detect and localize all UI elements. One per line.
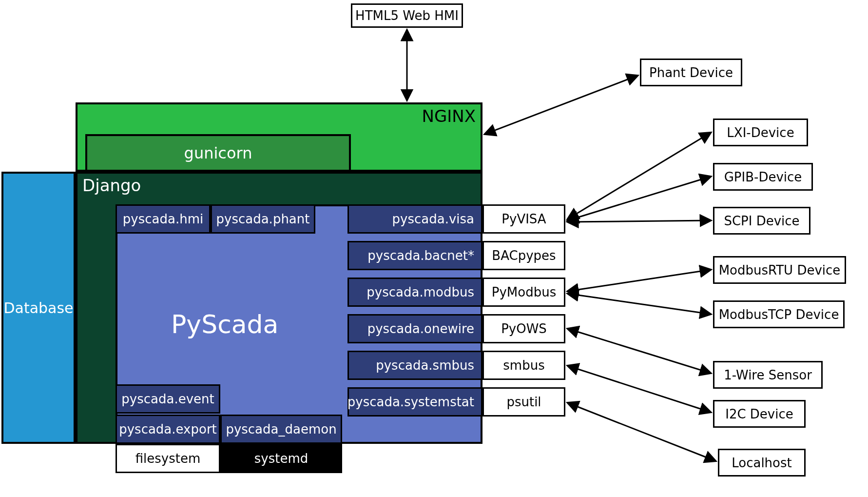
device-scpi-box: SCPI Device bbox=[713, 207, 810, 235]
pyscada-visa-box: pyscada.visa bbox=[347, 204, 482, 234]
pyscada-export-label: pyscada.export bbox=[119, 422, 217, 437]
svg-line-7 bbox=[568, 329, 711, 373]
device-i2c-box: I2C Device bbox=[713, 400, 806, 428]
device-phant-box: Phant Device bbox=[640, 59, 742, 86]
device-lxi-box: LXI-Device bbox=[713, 119, 808, 146]
device-gpib-label: GPIB-Device bbox=[724, 170, 802, 184]
pyscada-export-box: pyscada.export bbox=[116, 415, 220, 444]
pyscada-bacnet-box: pyscada.bacnet* bbox=[347, 241, 482, 270]
database-box: Database bbox=[1, 172, 76, 444]
pyscada-event-label: pyscada.event bbox=[121, 392, 214, 406]
nginx-label: NGINX bbox=[422, 106, 476, 126]
device-phant-label: Phant Device bbox=[649, 65, 733, 80]
svg-line-3 bbox=[568, 177, 711, 220]
pyscada-phant-label: pyscada.phant bbox=[216, 212, 310, 226]
device-onewire-box: 1-Wire Sensor bbox=[713, 361, 823, 389]
device-modbus-tcp-box: ModbusTCP Device bbox=[713, 300, 845, 328]
lib-smbus-box: smbus bbox=[482, 351, 565, 380]
pyscada-core-label: PyScada bbox=[171, 310, 278, 339]
systemd-label: systemd bbox=[254, 451, 309, 466]
database-label: Database bbox=[3, 299, 73, 317]
svg-line-4 bbox=[568, 220, 711, 222]
device-localhost-label: Localhost bbox=[732, 456, 792, 470]
html5-web-hmi-box: HTML5 Web HMI bbox=[351, 3, 463, 28]
lib-pymodbus-label: PyModbus bbox=[492, 285, 556, 299]
pyscada-onewire-box: pyscada.onewire bbox=[347, 314, 482, 343]
lib-psutil-label: psutil bbox=[506, 395, 541, 409]
device-localhost-box: Localhost bbox=[718, 449, 806, 477]
svg-line-5 bbox=[568, 270, 711, 291]
gunicorn-box: gunicorn bbox=[85, 134, 351, 172]
lib-pyvisa-label: PyVISA bbox=[502, 212, 546, 226]
django-label: Django bbox=[82, 176, 141, 195]
gunicorn-label: gunicorn bbox=[184, 144, 252, 162]
pyscada-hmi-label: pyscada.hmi bbox=[123, 212, 203, 226]
filesystem-box: filesystem bbox=[116, 444, 220, 473]
device-onewire-label: 1-Wire Sensor bbox=[724, 368, 812, 382]
pyscada-phant-box: pyscada.phant bbox=[211, 204, 315, 234]
device-lxi-label: LXI-Device bbox=[727, 125, 794, 140]
pyscada-modbus-box: pyscada.modbus bbox=[347, 278, 482, 307]
pyscada-event-box: pyscada.event bbox=[116, 384, 220, 414]
device-modbus-tcp-label: ModbusTCP Device bbox=[719, 307, 839, 322]
systemd-box: systemd bbox=[220, 444, 342, 473]
pyscada-visa-label: pyscada.visa bbox=[392, 212, 474, 226]
lib-psutil-box: psutil bbox=[482, 387, 565, 417]
device-i2c-label: I2C Device bbox=[725, 407, 793, 421]
pyscada-daemon-label: pyscada_daemon bbox=[226, 422, 336, 437]
lib-pymodbus-box: PyModbus bbox=[482, 278, 565, 307]
lib-bacpypes-label: BACpypes bbox=[492, 248, 556, 263]
pyscada-systemstat-label: pyscada.systemstat bbox=[347, 395, 474, 409]
device-scpi-label: SCPI Device bbox=[724, 214, 799, 228]
device-gpib-box: GPIB-Device bbox=[713, 163, 813, 191]
html5-web-hmi-label: HTML5 Web HMI bbox=[355, 8, 459, 23]
lib-pyows-box: PyOWS bbox=[482, 314, 565, 343]
pyscada-daemon-box: pyscada_daemon bbox=[220, 415, 342, 444]
lib-bacpypes-box: BACpypes bbox=[482, 241, 565, 270]
device-modbus-rtu-label: ModbusRTU Device bbox=[719, 263, 841, 278]
pyscada-smbus-label: pyscada.smbus bbox=[376, 358, 474, 373]
filesystem-label: filesystem bbox=[135, 451, 201, 466]
svg-line-6 bbox=[568, 294, 711, 314]
svg-line-2 bbox=[568, 133, 711, 219]
svg-line-9 bbox=[568, 403, 715, 461]
lib-pyvisa-box: PyVISA bbox=[482, 204, 565, 234]
svg-line-8 bbox=[568, 366, 711, 412]
device-modbus-rtu-box: ModbusRTU Device bbox=[713, 256, 846, 284]
pyscada-systemstat-box: pyscada.systemstat bbox=[347, 387, 482, 417]
pyscada-onewire-label: pyscada.onewire bbox=[367, 321, 474, 336]
pyscada-hmi-box: pyscada.hmi bbox=[116, 204, 211, 234]
lib-smbus-label: smbus bbox=[503, 358, 544, 373]
lib-pyows-label: PyOWS bbox=[501, 321, 547, 336]
svg-line-1 bbox=[485, 76, 637, 134]
pyscada-modbus-label: pyscada.modbus bbox=[366, 285, 474, 299]
pyscada-smbus-box: pyscada.smbus bbox=[347, 351, 482, 380]
pyscada-bacnet-label: pyscada.bacnet* bbox=[367, 248, 474, 263]
